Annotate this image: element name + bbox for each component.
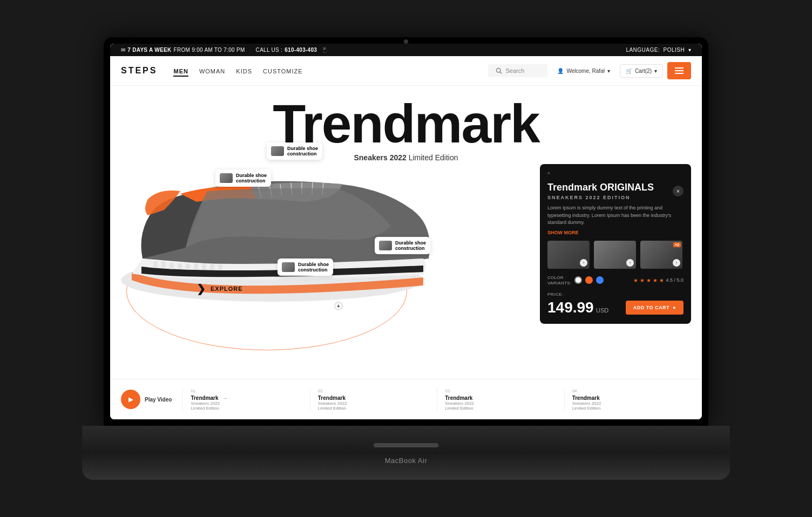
callout-1-label: Durable shoeconstruction xyxy=(236,173,267,183)
chevron-down-icon: ▾ xyxy=(688,47,692,53)
callout-1: Durable shoeconstruction xyxy=(215,169,271,187)
nav-link-woman[interactable]: WOMAN xyxy=(199,68,225,74)
color-white[interactable] xyxy=(574,276,582,284)
callout-4: Durable shoeconstruction xyxy=(278,258,333,276)
item-1-num: 01 xyxy=(191,389,302,393)
laptop-notch xyxy=(404,39,408,44)
cart-circle-icon: ● xyxy=(673,305,676,310)
laptop-screen-inner: ✉ 7 DAYS A WEEK FROM 9:00 AM TO 7:00 PM … xyxy=(110,44,702,419)
menu-line-2 xyxy=(675,70,684,71)
price-value: 149.99 xyxy=(547,299,594,316)
item-4-num: 04 xyxy=(572,389,684,393)
item-3-desc: Sneakers 2022Limited Edition xyxy=(445,401,556,411)
top-bar-left: ✉ 7 DAYS A WEEK FROM 9:00 AM TO 7:00 PM … xyxy=(121,47,328,53)
thumb-2-arrow-icon: › xyxy=(626,259,634,267)
product-item-1[interactable]: 01 Trendmark → Sneakers 2022Limited Edit… xyxy=(182,389,309,411)
show-more-button[interactable]: SHOW MORE xyxy=(547,230,684,235)
star-4: ★ xyxy=(653,277,658,283)
panel-title: Trendmark ORIGINALS xyxy=(547,182,654,193)
item-2-desc: Sneakers 2022Limited Edition xyxy=(318,401,429,411)
item-2-name: Trendmark xyxy=(318,395,429,401)
svg-rect-11 xyxy=(161,261,166,268)
laptop-wrapper: ✉ 7 DAYS A WEEK FROM 9:00 AM TO 7:00 PM … xyxy=(82,37,730,480)
item-4-name: Trendmark xyxy=(572,395,684,401)
item-3-num: 03 xyxy=(445,389,556,393)
color-label-text-2: VARIANTS: xyxy=(547,281,571,285)
thumb-3-arrow-icon: › xyxy=(673,259,680,267)
svg-rect-13 xyxy=(178,263,182,269)
send-icon: ✉ xyxy=(121,47,125,53)
star-rating: ★ ★ ★ ★ ★ 4.5 / 5.0 xyxy=(633,277,684,283)
thumb-1-arrow-icon: › xyxy=(580,259,587,267)
search-icon xyxy=(496,67,502,74)
cart-button[interactable]: 🛒 Cart(2) ▾ xyxy=(620,64,663,78)
color-variants-row: COLOR VARIANTS: ★ ★ ★ ★ ★ xyxy=(547,275,684,285)
explore-label: EXPLORE xyxy=(211,285,243,292)
navbar: STEPS MEN WOMAN KIDS CUSTOMIZE xyxy=(110,56,702,86)
user-chevron-icon: ▾ xyxy=(607,68,610,74)
star-2: ★ xyxy=(640,277,645,283)
callout-4-label: Durable shoeconstruction xyxy=(298,262,329,273)
callout-2: Durable shoeconstruction xyxy=(267,142,322,160)
item-1-name: Trendmark → xyxy=(191,395,302,401)
item-1-desc: Sneakers 2022Limited Edition xyxy=(191,401,302,411)
schedule-rest: FROM 9:00 AM TO 7:00 PM xyxy=(173,47,245,53)
thumb-2[interactable]: › xyxy=(594,241,636,269)
product-item-3[interactable]: 03 Trendmark Sneakers 2022Limited Editio… xyxy=(437,389,564,411)
color-blue[interactable] xyxy=(596,276,604,284)
product-panel: ^ Trendmark ORIGINALS SNEAKERS 2022 EDIT… xyxy=(540,164,691,324)
schedule-bold: 7 DAYS A WEEK xyxy=(127,47,171,53)
product-item-4[interactable]: 04 Trendmark Sneakers 2022Limited Editio… xyxy=(564,389,691,411)
menu-line-3 xyxy=(675,73,684,74)
nav-item-kids[interactable]: KIDS xyxy=(236,66,252,76)
nav-item-customize[interactable]: CUSTOMIZE xyxy=(263,66,303,76)
cart-label: Cart(2) xyxy=(635,68,652,74)
thumb-1[interactable]: › xyxy=(547,241,590,269)
user-button[interactable]: 👤 Welcome, Rafał ▾ xyxy=(552,65,615,77)
item-3-name: Trendmark xyxy=(445,395,556,401)
callout-3-label: Durable shoeconstruction xyxy=(395,240,426,251)
nav-link-kids[interactable]: KIDS xyxy=(236,68,252,74)
explore-link[interactable]: ❯ EXPLORE xyxy=(197,282,243,295)
panel-subtitle: SNEAKERS 2022 EDITION xyxy=(547,195,654,200)
user-icon: 👤 xyxy=(557,68,564,74)
phone-number: 610-403-403 xyxy=(285,47,317,53)
logo: STEPS xyxy=(121,66,157,76)
panel-header: Trendmark ORIGINALS SNEAKERS 2022 EDITIO… xyxy=(547,182,684,200)
svg-rect-12 xyxy=(170,263,174,269)
menu-line-1 xyxy=(675,67,684,69)
call-label: CALL US : xyxy=(256,47,283,53)
panel-title-group: Trendmark ORIGINALS SNEAKERS 2022 EDITIO… xyxy=(547,182,654,200)
star-1: ★ xyxy=(633,277,638,283)
svg-rect-17 xyxy=(210,264,214,270)
panel-close-button[interactable]: × xyxy=(673,186,684,196)
nav-item-men[interactable]: MEN xyxy=(173,66,188,76)
language-value: POLISH xyxy=(664,47,685,53)
price-display: 149.99 USD xyxy=(547,299,608,316)
search-box[interactable]: Search xyxy=(488,64,547,77)
svg-point-0 xyxy=(497,69,501,73)
top-bar-right: LANGUAGE: POLISH ▾ xyxy=(626,47,691,53)
thumb-3[interactable]: +2 › xyxy=(640,241,682,269)
nav-link-customize[interactable]: CUSTOMIZE xyxy=(263,68,303,74)
add-to-cart-button[interactable]: ADD TO CART ● xyxy=(626,301,684,315)
product-item-2[interactable]: 02 Trendmark Sneakers 2022Limited Editio… xyxy=(310,389,437,411)
website: ✉ 7 DAYS A WEEK FROM 9:00 AM TO 7:00 PM … xyxy=(110,44,702,419)
panel-collapse-button[interactable]: ^ xyxy=(547,172,684,178)
svg-rect-14 xyxy=(186,264,190,270)
hero-section: Trendmark Sneakers 2022 Limited Edition xyxy=(110,86,702,379)
laptop-model-label: MacBook Air xyxy=(385,457,427,465)
nav-item-woman[interactable]: WOMAN xyxy=(199,66,225,76)
play-video-button[interactable]: ▶ xyxy=(121,390,140,409)
panel-description: Lorem Ipsum is simply dummy text of the … xyxy=(547,205,684,227)
item-2-num: 02 xyxy=(318,389,429,393)
laptop-hinge xyxy=(374,443,438,447)
play-video-label: Play Video xyxy=(145,397,172,403)
bottom-bar: ▶ Play Video 01 Trendmark → Sneakers 202… xyxy=(110,379,702,419)
svg-rect-18 xyxy=(218,264,222,270)
nav-link-men[interactable]: MEN xyxy=(173,68,188,77)
color-orange[interactable] xyxy=(585,276,593,284)
svg-line-1 xyxy=(500,72,502,73)
color-label: COLOR VARIANTS: xyxy=(547,275,571,285)
menu-button[interactable] xyxy=(667,62,691,79)
